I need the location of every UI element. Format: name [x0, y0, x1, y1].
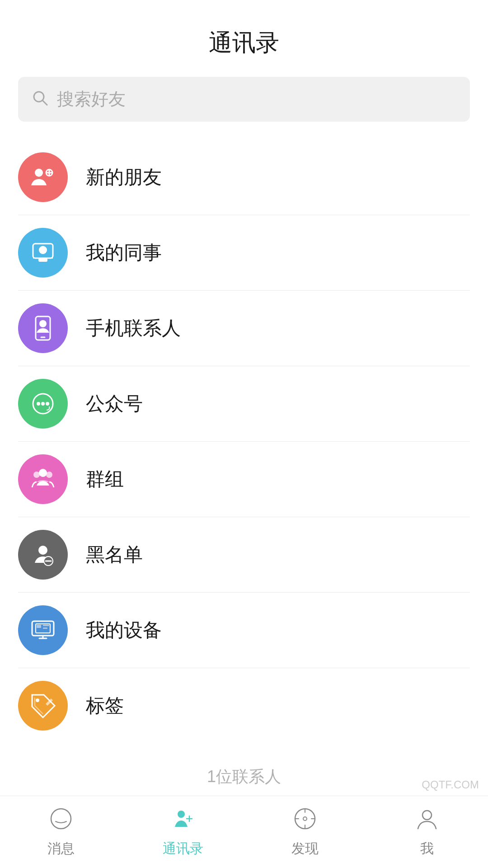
svg-line-1	[42, 100, 47, 105]
blacklist-label: 黑名单	[86, 542, 143, 567]
svg-point-2	[35, 169, 43, 177]
nav-item-contacts[interactable]: 通讯录	[122, 806, 244, 858]
official-accounts-label: 公众号	[86, 391, 143, 416]
my-devices-label: 我的设备	[86, 618, 162, 643]
search-icon	[32, 90, 49, 109]
page-header: 通讯录	[0, 0, 488, 77]
svg-point-36	[303, 817, 307, 821]
svg-point-32	[178, 811, 185, 818]
search-placeholder: 搜索好友	[57, 88, 126, 111]
tags-label: 标签	[86, 693, 124, 718]
svg-point-20	[38, 546, 47, 555]
svg-point-19	[46, 472, 52, 478]
discover-icon	[292, 806, 318, 835]
messages-nav-label: 消息	[47, 840, 75, 858]
list-item-blacklist[interactable]: 黑名单	[18, 517, 470, 593]
list-item-colleagues[interactable]: 我的同事	[18, 215, 470, 291]
colleagues-icon	[18, 228, 68, 278]
svg-point-41	[422, 811, 432, 820]
colleagues-label: 我的同事	[86, 240, 162, 265]
svg-point-16	[46, 402, 49, 406]
svg-point-31	[51, 809, 71, 829]
svg-point-15	[41, 402, 45, 406]
svg-rect-28	[43, 625, 49, 626]
groups-icon	[18, 454, 68, 504]
list-item-official-accounts[interactable]: 公众号	[18, 366, 470, 442]
list-item-new-friends[interactable]: 新的朋友	[18, 140, 470, 215]
bottom-nav: 消息 通讯录 发现	[0, 796, 488, 868]
svg-point-18	[39, 469, 47, 477]
me-icon	[414, 806, 440, 835]
list-item-tags[interactable]: 标签	[18, 668, 470, 743]
contact-list: 新的朋友 我的同事 手机联系人	[0, 140, 488, 743]
svg-point-17	[33, 472, 40, 478]
phone-contacts-label: 手机联系人	[86, 316, 181, 341]
nav-item-messages[interactable]: 消息	[0, 806, 122, 858]
new-friends-icon	[18, 152, 68, 202]
svg-rect-29	[43, 627, 47, 629]
discover-nav-label: 发现	[291, 840, 319, 858]
svg-rect-8	[38, 258, 47, 262]
page-title: 通讯录	[0, 27, 488, 59]
svg-point-14	[37, 402, 40, 406]
contacts-nav-label: 通讯录	[163, 840, 203, 858]
svg-point-30	[36, 698, 39, 702]
svg-point-11	[39, 320, 47, 327]
me-nav-label: 我	[420, 840, 434, 858]
search-bar-wrapper: 搜索好友	[0, 77, 488, 140]
groups-label: 群组	[86, 467, 124, 492]
official-accounts-icon	[18, 379, 68, 429]
my-devices-icon	[18, 605, 68, 655]
new-friends-label: 新的朋友	[86, 165, 162, 190]
tags-icon	[18, 681, 68, 731]
phone-contacts-icon	[18, 303, 68, 353]
search-bar[interactable]: 搜索好友	[18, 77, 470, 122]
list-item-my-devices[interactable]: 我的设备	[18, 593, 470, 668]
contacts-icon	[170, 806, 196, 835]
messages-icon	[48, 806, 74, 835]
svg-rect-27	[37, 625, 41, 628]
blacklist-icon	[18, 530, 68, 580]
watermark: QQTF.COM	[422, 778, 479, 791]
nav-item-me[interactable]: 我	[366, 806, 488, 858]
nav-item-discover[interactable]: 发现	[244, 806, 366, 858]
svg-point-7	[39, 246, 47, 254]
list-item-phone-contacts[interactable]: 手机联系人	[18, 291, 470, 366]
list-item-groups[interactable]: 群组	[18, 442, 470, 517]
